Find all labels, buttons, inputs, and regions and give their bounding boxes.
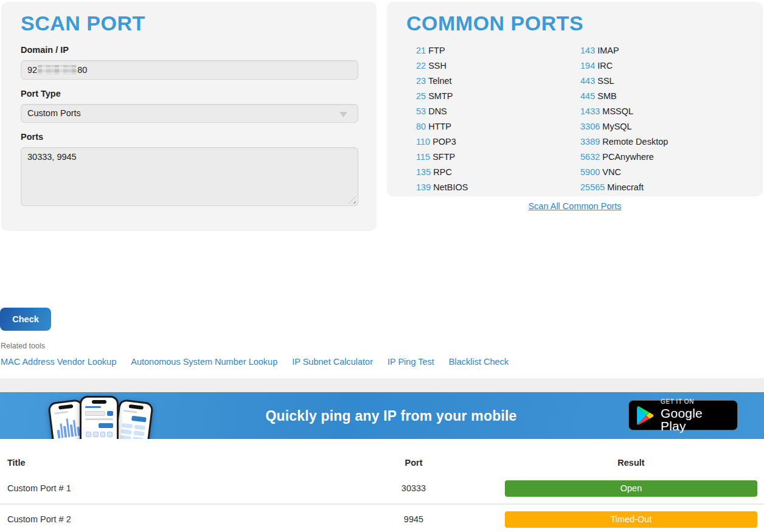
- row-title: Custom Port # 2: [0, 514, 341, 524]
- ports-value: 30333, 9945: [27, 152, 77, 162]
- port-service-name: VNC: [602, 167, 621, 177]
- phone-notch: [58, 404, 73, 410]
- common-port-item: 445 SMB: [580, 89, 668, 104]
- related-tool-link[interactable]: Blacklist Check: [449, 357, 509, 367]
- common-ports-list: 21 FTP 22 SSH 23 Telnet 25 SMTP 53 DNS 8…: [406, 43, 743, 195]
- port-number-link[interactable]: 5632: [580, 152, 600, 162]
- related-tools-links: MAC Address Vendor LookupAutonomous Syst…: [1, 357, 509, 367]
- domain-ip-value-suffix: 80: [77, 65, 87, 75]
- row-port: 9945: [341, 514, 487, 524]
- common-port-item: 110 POP3: [416, 134, 580, 150]
- port-number-link[interactable]: 143: [580, 46, 595, 55]
- port-number-link[interactable]: 53: [416, 106, 426, 116]
- port-service-name: HTTP: [428, 122, 451, 131]
- port-service-name: MySQL: [602, 122, 631, 131]
- port-service-name: SSH: [428, 61, 446, 71]
- common-port-item: 25 SMTP: [416, 89, 580, 104]
- port-number-link[interactable]: 1433: [580, 106, 600, 116]
- common-port-item: 1433 MSSQL: [580, 104, 668, 119]
- port-service-name: MSSQL: [602, 106, 633, 116]
- common-port-item: 80 HTTP: [416, 119, 580, 134]
- port-service-name: PCAnywhere: [602, 152, 654, 162]
- port-number-link[interactable]: 139: [416, 182, 431, 192]
- common-port-item: 443 SSL: [580, 74, 668, 89]
- port-number-link[interactable]: 115: [416, 152, 430, 162]
- promo-banner: Quickly ping any IP from your mobile GET…: [0, 392, 764, 439]
- port-number-link[interactable]: 5900: [580, 167, 600, 177]
- common-port-item: 25565 Minecraft: [580, 180, 668, 195]
- check-button[interactable]: Check: [0, 308, 51, 331]
- port-service-name: POP3: [432, 137, 456, 147]
- port-service-name: RPC: [433, 167, 452, 177]
- scan-port-title: SCAN PORT: [21, 10, 357, 36]
- common-port-item: 5632 PCAnywhere: [580, 150, 668, 165]
- status-badge: Timed-Out: [505, 511, 757, 528]
- common-port-item: 143 IMAP: [580, 43, 668, 58]
- table-row: Custom Port # 1 30333 Open: [0, 473, 764, 503]
- port-service-name: FTP: [428, 46, 445, 55]
- header-result: Result: [505, 458, 757, 468]
- related-tool-link[interactable]: Autonomous System Number Lookup: [131, 357, 277, 367]
- common-port-item: 53 DNS: [416, 104, 580, 119]
- phones-illustration: [52, 395, 155, 439]
- mini-bar-chart: [55, 415, 80, 438]
- port-type-select[interactable]: Custom Ports: [21, 104, 358, 123]
- header-title: Title: [0, 458, 341, 468]
- results-table-body: Custom Port # 1 30333 Open Custom Port #…: [0, 473, 764, 532]
- port-service-name: SMB: [597, 91, 616, 101]
- status-badge: Open: [505, 480, 757, 497]
- port-number-link[interactable]: 22: [416, 61, 426, 71]
- google-play-badge[interactable]: GET IT ON Google Play: [628, 400, 738, 430]
- port-number-link[interactable]: 443: [580, 76, 595, 86]
- results-table-header: Title Port Result: [0, 439, 764, 473]
- row-title: Custom Port # 1: [0, 483, 341, 493]
- port-type-label: Port Type: [21, 89, 357, 98]
- port-service-name: NetBIOS: [433, 182, 468, 192]
- port-number-link[interactable]: 3306: [580, 122, 600, 131]
- port-service-name: Minecraft: [607, 182, 644, 192]
- port-number-link[interactable]: 25: [416, 91, 426, 101]
- phone-mockup-center: [80, 396, 119, 439]
- port-number-link[interactable]: 25565: [580, 182, 605, 192]
- row-port: 30333: [341, 483, 487, 493]
- phone-notch: [128, 404, 144, 410]
- related-tool-link[interactable]: MAC Address Vendor Lookup: [1, 357, 116, 367]
- domain-ip-label: Domain / IP: [21, 45, 357, 55]
- related-tool-link[interactable]: IP Ping Test: [387, 357, 434, 367]
- port-service-name: SFTP: [432, 152, 455, 162]
- chevron-down-icon: [339, 112, 348, 117]
- phone-notch: [92, 400, 106, 404]
- port-service-name: IRC: [597, 61, 613, 71]
- port-number-link[interactable]: 21: [416, 46, 426, 55]
- port-service-name: IMAP: [597, 46, 619, 55]
- common-port-item: 21 FTP: [416, 43, 580, 58]
- port-number-link[interactable]: 110: [416, 137, 430, 147]
- port-service-name: Remote Desktop: [602, 137, 668, 147]
- common-port-item: 23 Telnet: [416, 74, 580, 89]
- port-service-name: SSL: [597, 76, 614, 86]
- common-port-item: 139 NetBIOS: [416, 180, 580, 195]
- port-number-link[interactable]: 3389: [580, 137, 600, 147]
- common-ports-column-left: 21 FTP 22 SSH 23 Telnet 25 SMTP 53 DNS 8…: [406, 43, 580, 195]
- common-ports-panel: COMMON PORTS 21 FTP 22 SSH 23 Telnet 25 …: [387, 2, 763, 196]
- common-port-item: 22 SSH: [416, 58, 580, 74]
- header-port: Port: [341, 458, 487, 468]
- port-number-link[interactable]: 135: [416, 167, 431, 177]
- port-number-link[interactable]: 194: [580, 61, 595, 71]
- common-ports-column-right: 143 IMAP 194 IRC 443 SSL 445 SMB 1433 MS…: [580, 43, 668, 195]
- results-table: Title Port Result Custom Port # 1 30333 …: [0, 439, 764, 532]
- port-number-link[interactable]: 445: [580, 91, 595, 101]
- banner-headline: Quickly ping any IP from your mobile: [152, 407, 630, 424]
- common-port-item: 194 IRC: [580, 58, 668, 74]
- related-tool-link[interactable]: IP Subnet Calculator: [292, 357, 373, 367]
- table-row: Custom Port # 2 9945 Timed-Out: [0, 503, 764, 532]
- common-port-item: 3306 MySQL: [580, 119, 668, 134]
- domain-ip-input[interactable]: 9280: [21, 60, 358, 80]
- scan-all-common-ports-link[interactable]: Scan All Common Ports: [387, 201, 763, 211]
- ports-textarea[interactable]: 30333, 9945: [21, 147, 358, 206]
- port-number-link[interactable]: 80: [416, 122, 426, 131]
- ports-label: Ports: [21, 132, 357, 142]
- resize-handle-icon[interactable]: [349, 196, 356, 204]
- port-number-link[interactable]: 23: [416, 76, 426, 86]
- common-port-item: 135 RPC: [416, 165, 580, 180]
